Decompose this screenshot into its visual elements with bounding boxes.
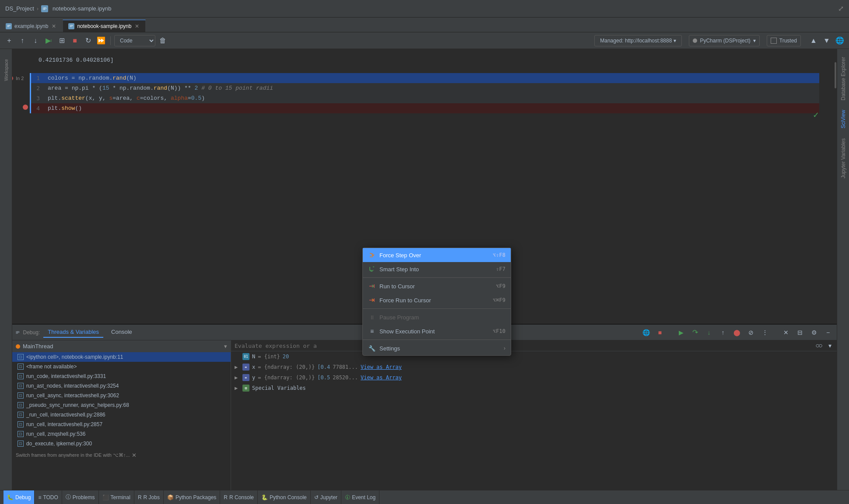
breakpoint-1[interactable] xyxy=(12,76,13,81)
status-todo[interactable]: ≡ TODO xyxy=(35,490,62,504)
debug-tab-console[interactable]: Console xyxy=(107,327,137,338)
var-name-y: y xyxy=(252,374,255,381)
debug-minimize-btn[interactable]: − xyxy=(823,327,833,338)
add-cell-button[interactable]: + xyxy=(4,35,15,46)
frame-item-0[interactable]: ⊡ <ipython cell>, notebook-sample.ipynb:… xyxy=(12,352,231,362)
delete-button[interactable]: 🗑 xyxy=(157,35,168,46)
menu-smart-step-into[interactable]: Smart Step Into ⇧F7 xyxy=(363,262,511,276)
debug-more-btn[interactable]: ⋮ xyxy=(760,327,770,338)
status-python-packages[interactable]: 📦 Python Packages xyxy=(164,490,220,504)
right-tab-jupyter-vars[interactable]: Jupyter Variables xyxy=(838,134,848,183)
tab-example[interactable]: IP example.ipynb ✕ xyxy=(0,20,63,32)
debug-stepdown-btn[interactable]: ↓ xyxy=(704,327,714,338)
eval-input[interactable] xyxy=(231,341,811,351)
tab-close-1[interactable]: ✕ xyxy=(51,23,57,29)
menu-settings[interactable]: 🔧 Settings › xyxy=(363,341,511,355)
right-tab-database[interactable]: Database Explorer xyxy=(838,52,848,105)
line-content-2[interactable]: area = np.pi * (15 * np.random.rand(N)) … xyxy=(44,84,819,92)
nav-up-button[interactable]: ▲ xyxy=(808,35,819,46)
line-content-4[interactable]: plt.show() xyxy=(44,104,819,112)
run-button[interactable]: ▶I xyxy=(43,35,54,46)
scroll-bar[interactable] xyxy=(833,49,837,324)
debug-stop-btn[interactable]: ■ xyxy=(655,327,665,338)
thread-expand-arrow[interactable]: ▾ xyxy=(224,343,227,350)
frame-item-5[interactable]: ⊡ _pseudo_sync_runner, async_helpers.py:… xyxy=(12,400,231,410)
frame-item-2[interactable]: ⊡ run_code, interactiveshell.py:3331 xyxy=(12,371,231,381)
run-icon: ▶ xyxy=(46,36,51,45)
show-execution-point-label: Show Execution Point xyxy=(379,328,489,335)
status-hint-close[interactable]: ✕ xyxy=(132,452,137,458)
move-up-button[interactable]: ↑ xyxy=(17,35,28,46)
line-content-3[interactable]: plt.scatter(x, y, s=area, c=colors, alph… xyxy=(44,94,819,102)
status-event-log[interactable]: 🛈 Event Log xyxy=(341,490,379,504)
var-expand-x[interactable]: ▶ xyxy=(235,364,240,370)
breakpoint-2[interactable] xyxy=(23,105,28,110)
frame-item-6[interactable]: ⊡ _run_cell, interactiveshell.py:2886 xyxy=(12,410,231,420)
status-problems[interactable]: ⓘ Problems xyxy=(62,490,99,504)
status-jupyter-label: Jupyter xyxy=(320,494,337,500)
sidebar-workspace[interactable]: Workspace xyxy=(1,52,11,88)
status-jupyter[interactable]: ↺ Jupyter xyxy=(311,490,341,504)
trusted-button[interactable]: Trusted xyxy=(767,35,801,46)
frame-item-4[interactable]: ⊡ run_cell_async, interactiveshell.py:30… xyxy=(12,391,231,400)
debug-stepup-btn[interactable]: ↑ xyxy=(718,327,728,338)
status-rjobs[interactable]: R R Jobs xyxy=(134,490,164,504)
move-down-button[interactable]: ↓ xyxy=(30,35,41,46)
nav-down-button[interactable]: ▼ xyxy=(821,35,832,46)
frame-item-8[interactable]: ⊡ run_cell, zmqshell.py:536 xyxy=(12,429,231,439)
line-content-1[interactable]: colors = np.random.rand(N) xyxy=(44,74,819,82)
expand-icon[interactable]: ⤢ xyxy=(838,4,844,13)
menu-force-run-to-cursor[interactable]: Force Run to Cursor ⌥⌘F9 xyxy=(363,293,511,307)
debug-breakpoint-btn[interactable]: ⬤ xyxy=(732,327,742,338)
status-debug[interactable]: 🐛 Debug xyxy=(4,490,35,504)
frame-item-1[interactable]: ⊡ <frame not available> xyxy=(12,362,231,371)
output-line: 0.42101736 0.04028106] xyxy=(12,56,837,64)
run-all-button[interactable]: ⏩ xyxy=(95,35,107,46)
var-view-y[interactable]: View as Array xyxy=(361,374,402,381)
stop-icon: ■ xyxy=(73,37,77,45)
eval-expand-btn[interactable]: ▾ xyxy=(824,340,835,351)
refresh-button[interactable]: ↻ xyxy=(82,35,94,46)
debug-layout-btn[interactable]: ⊟ xyxy=(795,327,805,338)
debug-mute-btn[interactable]: ⊘ xyxy=(746,327,756,338)
var-item-special: ▶ ⊞ Special Variables xyxy=(231,383,837,393)
globe-button[interactable]: 🌐 xyxy=(834,35,845,46)
menu-force-step-over[interactable]: Force Step Over ⌥⇧F8 xyxy=(363,248,511,262)
cell-settings-button[interactable]: ⊞ xyxy=(56,35,67,46)
debug-globe-btn[interactable]: 🌐 xyxy=(641,327,651,338)
project-name[interactable]: DS_Project xyxy=(5,5,34,12)
frame-item-9[interactable]: ⊡ do_execute, ipkernel.py:300 xyxy=(12,439,231,448)
debug-close-btn[interactable]: ✕ xyxy=(781,327,791,338)
menu-show-execution-point[interactable]: ≡ Show Execution Point ⌥F10 xyxy=(363,324,511,338)
todo-icon: ≡ xyxy=(38,494,41,500)
status-python-console[interactable]: 🐍 Python Console xyxy=(258,490,311,504)
tab-close-2[interactable]: ✕ xyxy=(134,23,140,29)
status-r-console[interactable]: R R Console xyxy=(220,490,258,504)
status-hint-text: Switch frames from anywhere in the IDE w… xyxy=(16,452,130,458)
frame-item-3[interactable]: ⊡ run_ast_nodes, interactiveshell.py:325… xyxy=(12,381,231,391)
tab-notebook[interactable]: IP notebook-sample.ipynb ✕ xyxy=(63,20,146,32)
scroll-thumb[interactable] xyxy=(835,62,836,88)
trusted-checkbox[interactable] xyxy=(771,38,777,44)
var-expand-special[interactable]: ▶ xyxy=(235,385,240,391)
var-expand-y[interactable]: ▶ xyxy=(235,374,240,381)
kernel-button[interactable]: PyCharm (DSProject) ▾ xyxy=(689,35,759,46)
url-chevron: ▾ xyxy=(674,38,676,44)
var-view-x[interactable]: View as Array xyxy=(361,364,402,370)
cell-type-select[interactable]: Code Markdown Raw xyxy=(114,35,155,46)
debug-stepover-btn[interactable]: ↷ xyxy=(690,327,700,338)
var-item-N: 01 N = {int} 20 xyxy=(231,351,837,362)
stop-button[interactable]: ■ xyxy=(69,35,81,46)
frame-item-7[interactable]: ⊡ run_cell, interactiveshell.py:2857 xyxy=(12,420,231,429)
debug-settings-btn[interactable]: ⚙ xyxy=(809,327,819,338)
eval-oo-btn[interactable]: ○○ xyxy=(813,340,824,351)
cell-code[interactable]: 1 colors = np.random.rand(N) 2 area = np… xyxy=(30,73,819,113)
debug-tab-threads[interactable]: Threads & Variables xyxy=(43,327,103,338)
url-button[interactable]: Managed: http://localhost:8888 ▾ xyxy=(594,35,682,46)
frame-icon-3: ⊡ xyxy=(18,383,24,389)
status-terminal[interactable]: ⬛ Terminal xyxy=(99,490,134,504)
right-tab-sciview[interactable]: SciView xyxy=(838,105,848,133)
frame-icon-9: ⊡ xyxy=(18,441,24,447)
menu-run-to-cursor[interactable]: Run to Cursor ⌥F9 xyxy=(363,279,511,293)
debug-resume-btn[interactable]: ▶ xyxy=(676,327,686,338)
